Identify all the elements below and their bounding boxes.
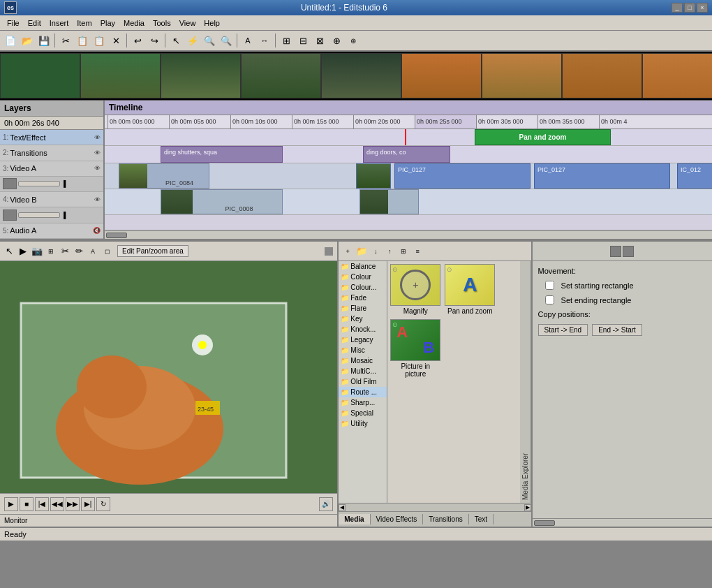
end-start-button[interactable]: End -> Start (592, 324, 642, 336)
monitor-text[interactable]: A (87, 245, 99, 258)
monitor-play-btn[interactable]: ▶ (17, 245, 29, 258)
menu-view[interactable]: View (175, 17, 200, 29)
scroll-left-btn[interactable]: ◀ (339, 504, 346, 511)
menu-item[interactable]: Item (73, 17, 96, 29)
next-frame-button[interactable]: ▶| (81, 497, 95, 511)
menu-media[interactable]: Media (119, 17, 149, 29)
folder-fade[interactable]: 📁Fade (339, 293, 387, 303)
layer-slider-4[interactable] (18, 212, 60, 218)
text-tool[interactable]: A (240, 33, 255, 48)
clip-pic-0008[interactable]: PIC_0008 (161, 189, 283, 214)
folder-special[interactable]: 📁Special (339, 408, 387, 418)
layer-row-4[interactable]: 4: Video B 👁 (0, 192, 103, 207)
folder-knock[interactable]: 📁Knock... (339, 324, 387, 335)
folder-colour2[interactable]: 📁Colour... (339, 282, 387, 293)
menu-tools[interactable]: Tools (149, 17, 175, 29)
folder-sharp[interactable]: 📁Sharp... (339, 397, 387, 408)
layer-slider-3[interactable] (18, 181, 60, 186)
monitor-pointer[interactable]: ↖ (3, 245, 15, 258)
loop-button[interactable]: ↻ (96, 497, 110, 511)
open-button[interactable]: 📂 (20, 33, 35, 48)
timeline-scroll-thumb[interactable] (106, 233, 127, 238)
volume-button[interactable]: 🔊 (319, 497, 333, 511)
forward-button[interactable]: ▶▶ (66, 497, 80, 511)
trim-button[interactable]: ⊟ (295, 33, 311, 48)
new-button[interactable]: 📄 (3, 33, 18, 48)
layer-mute-5[interactable]: 🔇 (93, 227, 101, 234)
layer-row-1[interactable]: 1: Text/Effect 👁 (0, 130, 103, 145)
layer-row-5[interactable]: 5: Audio A 🔇 (0, 223, 103, 239)
clip-pic-0084[interactable]: PIC_0084 (119, 163, 209, 189)
layer-eye-1[interactable]: 👁 (94, 134, 101, 141)
render-button[interactable]: ⊛ (346, 33, 361, 48)
play-button[interactable]: ▶ (4, 497, 18, 511)
prop-scroll-thumb[interactable] (534, 520, 555, 526)
media-list-btn[interactable]: ≡ (411, 245, 424, 258)
tab-text[interactable]: Text (469, 514, 494, 524)
clip-small-b[interactable] (359, 189, 419, 214)
tab-video-effects[interactable]: Video Effects (371, 514, 424, 524)
monitor-shape[interactable]: ◻ (101, 245, 113, 258)
monitor-draw[interactable]: ✏ (73, 245, 85, 258)
media-item-magnify[interactable]: ⊙ + Magnify (390, 264, 440, 315)
layer-row-3[interactable]: 3: Video A 👁 (0, 161, 103, 177)
clip-pic-0127-a[interactable] (356, 163, 391, 189)
zoom-out-button[interactable]: 🔍 (218, 33, 234, 48)
clip-pic-0127-b[interactable]: PIC_0127 (394, 163, 531, 189)
media-item-pan-zoom[interactable]: ⊙ A Pan and zoom (445, 264, 495, 315)
media-item-pip[interactable]: ⊙ A B Picture in picture (390, 319, 440, 378)
tab-media[interactable]: Media (339, 514, 370, 524)
properties-scrollbar[interactable] (533, 518, 712, 527)
razor-tool[interactable]: ⚡ (185, 33, 200, 48)
layer-eye-2[interactable]: 👁 (94, 149, 101, 156)
media-grid-btn[interactable]: ⊞ (397, 245, 410, 258)
maximize-button[interactable]: □ (684, 3, 695, 13)
folder-mosaic[interactable]: 📁Mosaic (339, 355, 387, 366)
timeline-scrollbar[interactable] (105, 230, 712, 239)
media-import-btn[interactable]: ↓ (369, 245, 382, 258)
folder-balance[interactable]: 📁Balance (339, 261, 387, 272)
media-hscrollbar[interactable]: ◀ ▶ (339, 503, 531, 511)
edit-pan-zoom-button[interactable]: Edit Pan/zoom area (117, 245, 188, 257)
clip-transition-2[interactable]: ding doors, co (363, 146, 450, 163)
zoom-in-button[interactable]: 🔍 (202, 33, 217, 48)
menu-help[interactable]: Help (200, 17, 224, 29)
monitor-cut[interactable]: ✂ (59, 245, 71, 258)
effects-button[interactable]: ⊕ (329, 33, 344, 48)
layer-eye-3[interactable]: 👁 (94, 165, 101, 172)
clip-pic-0127-c[interactable]: PIC_0127 (534, 163, 670, 189)
layer-row-2[interactable]: 2: Transitions 👁 (0, 145, 103, 161)
scroll-right-btn[interactable]: ▶ (524, 504, 531, 511)
undo-button[interactable]: ↩ (130, 33, 145, 48)
media-export-btn[interactable]: ↑ (383, 245, 396, 258)
menu-insert[interactable]: Insert (45, 17, 73, 29)
start-end-button[interactable]: Start -> End (538, 324, 588, 336)
menu-edit[interactable]: Edit (24, 17, 45, 29)
folder-key[interactable]: 📁Key (339, 314, 387, 324)
monitor-camera[interactable]: 📷 (31, 245, 43, 258)
delete-button[interactable]: ✕ (108, 33, 124, 48)
folder-misc[interactable]: 📁Misc (339, 345, 387, 355)
rewind-button[interactable]: ◀◀ (50, 497, 64, 511)
folder-oldfilm[interactable]: 📁Old Film (339, 376, 387, 387)
folder-legacy[interactable]: 📁Legacy (339, 335, 387, 345)
close-button[interactable]: × (697, 3, 708, 13)
prop-end-checkbox[interactable] (545, 295, 554, 304)
split-button[interactable]: ⊞ (279, 33, 294, 48)
marker-button[interactable]: ⊠ (312, 33, 327, 48)
folder-multic[interactable]: 📁MultiC... (339, 366, 387, 376)
prop-start-checkbox[interactable] (545, 281, 554, 290)
prev-frame-button[interactable]: |◀ (35, 497, 49, 511)
menu-file[interactable]: File (3, 17, 24, 29)
save-button[interactable]: 💾 (36, 33, 52, 48)
stop-button[interactable]: ■ (20, 497, 34, 511)
layer-eye-4[interactable]: 👁 (94, 196, 101, 203)
copy-button[interactable]: 📋 (75, 33, 90, 48)
monitor-export[interactable]: ⊞ (45, 245, 57, 258)
tab-transitions[interactable]: Transitions (423, 514, 469, 524)
cut-button[interactable]: ✂ (58, 33, 73, 48)
transition-tool[interactable]: ↔ (257, 33, 272, 48)
media-folder-btn[interactable]: 📁 (355, 245, 368, 258)
pointer-tool[interactable]: ↖ (168, 33, 184, 48)
clip-transition-1[interactable]: ding shutters, squa (161, 146, 283, 163)
